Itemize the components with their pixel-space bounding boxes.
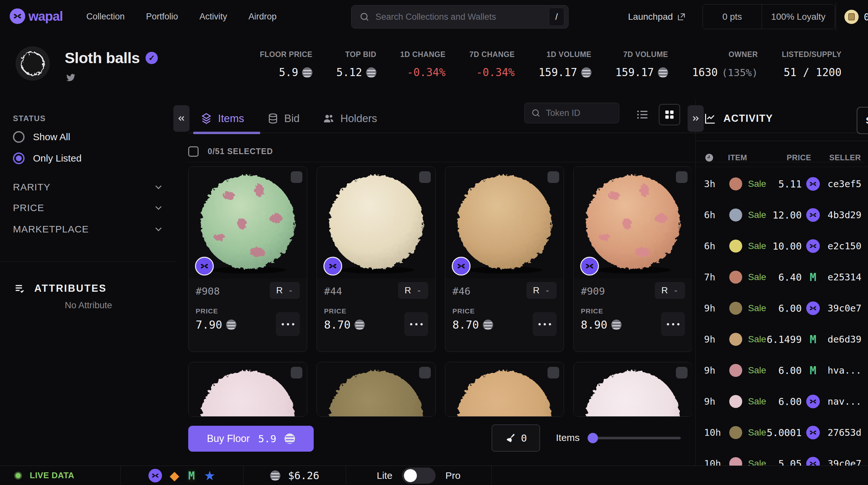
status-section-label: STATUS <box>13 114 45 123</box>
price-value: 8.90 <box>581 318 607 331</box>
collapse-sidebar-button[interactable] <box>173 105 189 132</box>
wapal-app: wapal Collection Portfolio Activity Aird… <box>0 0 868 485</box>
nav-portfolio[interactable]: Portfolio <box>146 12 178 22</box>
card-more-button[interactable] <box>276 312 300 336</box>
card-checkbox[interactable] <box>548 171 559 183</box>
card-checkbox[interactable] <box>676 367 687 378</box>
tab-items[interactable]: Items <box>200 112 244 125</box>
nft-card-partial[interactable] <box>445 362 564 417</box>
radio-show-all[interactable]: Show All <box>13 131 70 143</box>
nft-card-partial[interactable] <box>188 362 307 417</box>
card-checkbox[interactable] <box>291 171 302 183</box>
event-type: Sale <box>748 179 766 189</box>
tab-holders[interactable]: Holders <box>323 112 377 125</box>
item-thumbnail <box>729 208 742 222</box>
activity-row[interactable]: 10h Sale 5.05 M 39c0e7 <box>704 448 866 465</box>
activity-columns: ITEM PRICE SELLER <box>704 149 863 167</box>
nft-card-partial[interactable] <box>317 362 436 417</box>
seller-address[interactable]: nav... <box>828 396 866 407</box>
loyalty-badge[interactable]: 100% Loyalty <box>762 4 835 29</box>
select-all-checkbox[interactable] <box>188 146 198 157</box>
tab-bid[interactable]: Bid <box>268 112 300 125</box>
filter-marketplace[interactable]: MARKETPLACE <box>13 224 164 235</box>
seller-address[interactable]: 39c0e7 <box>828 458 866 465</box>
grid-view-button[interactable] <box>659 104 680 125</box>
twitter-icon[interactable] <box>66 73 76 83</box>
divider <box>695 167 868 167</box>
filter-price[interactable]: PRICE <box>13 202 164 213</box>
token-id-input[interactable]: Token ID <box>524 103 619 123</box>
activity-row[interactable]: 9h Sale 6.00 M 39c0e7 <box>704 293 866 324</box>
event-type: Sale <box>748 427 766 438</box>
sweep-count-input[interactable]: 0 <box>492 424 540 452</box>
card-checkbox[interactable] <box>419 367 431 378</box>
nft-card-44[interactable]: #44 R- PRICE 8.70 <box>317 166 436 352</box>
activity-row[interactable]: 3h Sale 5.11 M ce3ef5 <box>704 168 866 199</box>
tradeport-market-icon[interactable]: ◆ <box>170 468 179 483</box>
bluemove-market-icon[interactable]: ★ <box>204 468 215 483</box>
mercato-market-icon[interactable]: M <box>187 469 196 482</box>
seller-address[interactable]: e25314 <box>828 272 866 283</box>
card-checkbox[interactable] <box>548 367 559 378</box>
nav-activity[interactable]: Activity <box>199 12 227 22</box>
card-checkbox[interactable] <box>291 367 302 378</box>
seller-address[interactable]: hva... <box>828 365 866 376</box>
nft-card-partial[interactable] <box>574 362 692 417</box>
collapse-activity-button[interactable] <box>687 105 704 132</box>
filter-rarity[interactable]: RARITY <box>13 182 164 193</box>
card-checkbox[interactable] <box>676 171 687 183</box>
attributes-title: ATTRIBUTES <box>34 283 107 294</box>
apt-coin-icon <box>658 67 668 78</box>
list-view-button[interactable] <box>636 108 649 121</box>
collection-header: Sloth balls ✓ FLOOR PRICE 5.9 TOP BID 5.… <box>0 33 868 99</box>
stat-floor-price: FLOOR PRICE 5.9 <box>260 50 312 79</box>
global-search-input[interactable]: Search Collections and Wallets / <box>351 5 568 28</box>
card-checkbox[interactable] <box>419 171 431 183</box>
chevron-down-icon <box>153 182 164 193</box>
sweep-slider[interactable] <box>588 437 681 439</box>
seller-address[interactable]: de6d39 <box>828 334 866 345</box>
users-icon <box>323 113 334 124</box>
wapal-logo-text: wapal <box>28 9 63 24</box>
nav-airdrop[interactable]: Airdrop <box>248 12 277 22</box>
points-badge[interactable]: 0 pts <box>703 4 762 29</box>
topbar: wapal Collection Portfolio Activity Aird… <box>0 0 868 33</box>
nav-collection[interactable]: Collection <box>86 12 125 22</box>
radio-only-listed[interactable]: Only Listed <box>13 152 82 164</box>
buy-floor-button[interactable]: Buy Floor 5.9 <box>188 426 314 452</box>
activity-row[interactable]: 6h Sale 10.00 M e2c150 <box>704 230 866 262</box>
seller-address[interactable]: 4b3d29 <box>828 209 866 221</box>
nft-card-908[interactable]: #908 R- PRICE 7.90 <box>188 166 307 352</box>
launchpad-link[interactable]: Launchpad <box>628 0 686 33</box>
slider-thumb[interactable] <box>588 433 598 443</box>
wapal-market-icon[interactable] <box>149 469 162 482</box>
seller-address[interactable]: ce3ef5 <box>828 178 866 190</box>
apt-coin-icon <box>302 67 312 78</box>
items-panel: Items Bid Holders Token ID <box>177 99 695 465</box>
radio-icon[interactable] <box>13 131 25 143</box>
seller-address[interactable]: e2c150 <box>828 240 866 252</box>
activity-row[interactable]: 6h Sale 12.00 M 4b3d29 <box>704 199 866 230</box>
seller-address[interactable]: 27653d <box>828 427 866 438</box>
activity-row[interactable]: 7h Sale 6.40 M e25314 <box>704 262 866 293</box>
search-placeholder: Search Collections and Wallets <box>375 12 549 22</box>
activity-row[interactable]: 9h Sale 6.00 M hva... <box>704 355 866 386</box>
nft-card-46[interactable]: #46 R- PRICE 8.70 <box>445 166 564 352</box>
toggle-knob[interactable] <box>404 469 417 482</box>
card-more-button[interactable] <box>533 312 557 336</box>
activity-row[interactable]: 10h Sale 5.0001 M 27653d <box>704 417 866 448</box>
activity-filter-button[interactable]: S <box>857 107 868 134</box>
wallet-chip[interactable]: 0x <box>836 3 868 31</box>
event-type: Sale <box>748 272 766 282</box>
activity-row[interactable]: 9h Sale 6.00 M nav... <box>704 386 866 417</box>
card-more-button[interactable] <box>404 312 428 336</box>
wapal-logo[interactable]: wapal <box>10 8 63 24</box>
rarity-badge: R- <box>655 282 685 299</box>
seller-address[interactable]: 39c0e7 <box>828 303 866 314</box>
nft-card-909[interactable]: #909 R- PRICE 8.90 <box>574 166 692 352</box>
wapal-market-icon <box>806 302 820 315</box>
radio-icon-selected[interactable] <box>13 152 25 164</box>
card-more-button[interactable] <box>661 312 685 336</box>
activity-row[interactable]: 9h Sale 6.1499 M de6d39 <box>704 324 866 355</box>
lite-pro-toggle[interactable] <box>402 467 436 484</box>
